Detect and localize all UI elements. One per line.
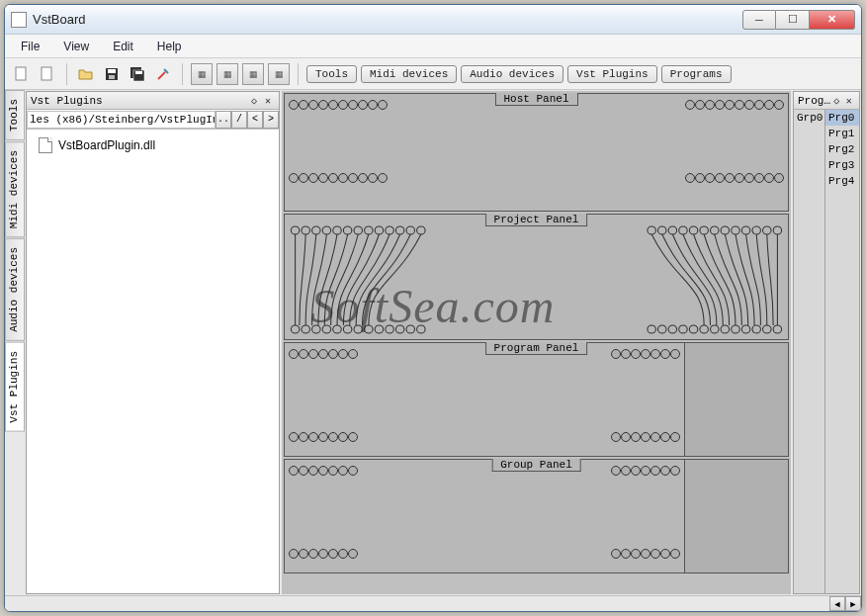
dock-close-icon[interactable]: ✕ [843,94,855,108]
toolbar-tab-audio[interactable]: Audio devices [461,65,563,83]
program-item[interactable]: Prg4 [825,173,859,189]
jack-group[interactable] [685,100,784,110]
svg-point-25 [689,226,697,234]
group-panel[interactable]: Group Panel [284,459,789,573]
toolbar-separator [298,63,299,85]
svg-point-55 [732,325,739,333]
svg-point-51 [689,325,697,333]
toggle-4[interactable]: ▦ [268,63,290,85]
toggle-2[interactable]: ▦ [216,63,238,85]
svg-point-29 [732,226,739,234]
svg-rect-1 [42,67,51,80]
canvas[interactable]: Host Panel [282,91,791,594]
program-item[interactable]: Prg1 [825,126,859,141]
toggle-3[interactable]: ▦ [242,63,264,85]
settings-button[interactable] [152,63,174,85]
jack-group[interactable] [289,466,358,476]
toolbar-tab-vst[interactable]: Vst Plugins [567,65,657,83]
toolbar-separator [66,63,67,85]
minimize-button[interactable]: ─ [742,10,776,30]
jack-group[interactable] [289,349,358,359]
file-icon [39,137,52,153]
window-title: VstBoard [33,12,742,27]
svg-point-23 [668,226,676,234]
scroll-left-button[interactable]: ◄ [829,596,845,611]
program-item[interactable]: Prg3 [825,157,859,173]
svg-point-36 [312,325,320,333]
svg-point-18 [395,226,403,234]
project-panel[interactable]: Project Panel [284,214,789,340]
scroll-right-button[interactable]: ► [845,596,861,611]
path-navigator: les (x86)/Steinberg/VstPlugIns .. / < > [27,110,279,130]
new-blank-button[interactable] [37,63,58,85]
jack-group[interactable] [685,173,784,183]
menu-file[interactable]: File [9,37,51,56]
jack-group[interactable] [289,173,388,183]
open-button[interactable] [75,63,97,85]
save-all-button[interactable] [127,63,148,85]
menu-edit[interactable]: Edit [101,37,145,56]
dock-float-icon[interactable]: ◇ [247,94,261,108]
program-side-slot[interactable] [685,343,788,456]
dock-header[interactable]: Vst Plugins ◇ ✕ [27,92,279,110]
close-button[interactable]: ✕ [810,10,855,30]
svg-point-28 [721,226,729,234]
svg-point-17 [386,226,393,234]
nav-next-button[interactable]: > [263,111,279,129]
panel-title-program: Program Panel [485,342,588,355]
menu-view[interactable]: View [51,37,101,56]
nav-root-button[interactable]: / [231,111,247,129]
program-panel[interactable]: Program Panel [284,342,789,457]
save-button[interactable] [101,63,123,85]
svg-point-56 [741,325,749,333]
path-input[interactable]: les (x86)/Steinberg/VstPlugIns [27,111,216,129]
dock-programs: Prog… ◇ ✕ Grp0 Prg0 Prg1 Prg2 Prg3 Prg4 [793,91,860,594]
jack-group[interactable] [611,466,680,476]
toolbar-tab-programs[interactable]: Programs [661,65,732,83]
file-list[interactable]: VstBoardPlugin.dll [27,130,279,593]
svg-point-15 [365,226,373,234]
side-tab-vst[interactable]: Vst Plugins [5,342,25,432]
program-item[interactable]: Prg0 [825,110,859,126]
svg-point-45 [406,325,414,333]
new-button[interactable] [11,63,33,85]
svg-point-12 [333,226,341,234]
jack-group[interactable] [611,432,680,442]
menu-help[interactable]: Help [145,37,194,56]
program-item[interactable]: Prg2 [825,141,859,157]
side-tab-midi[interactable]: Midi devices [5,141,25,237]
dock-float-icon[interactable]: ◇ [830,94,842,108]
side-tab-audio[interactable]: Audio devices [5,238,25,341]
svg-point-26 [700,226,708,234]
jack-group[interactable] [611,349,680,359]
jack-group[interactable] [289,549,358,559]
svg-point-58 [763,325,771,333]
bottom-scrollbar[interactable]: ◄ ► [5,595,861,611]
svg-rect-4 [109,75,115,79]
maximize-button[interactable]: ☐ [776,10,810,30]
svg-point-53 [711,325,719,333]
svg-point-39 [343,325,351,333]
side-tab-tools[interactable]: Tools [5,90,25,140]
jack-group[interactable] [289,100,388,110]
groups-column[interactable]: Grp0 [794,110,825,593]
dock-header[interactable]: Prog… ◇ ✕ [794,92,859,110]
titlebar[interactable]: VstBoard ─ ☐ ✕ [5,5,861,35]
dock-close-icon[interactable]: ✕ [261,94,275,108]
group-side-slot[interactable] [685,460,788,572]
group-item[interactable]: Grp0 [794,110,824,126]
programs-column[interactable]: Prg0 Prg1 Prg2 Prg3 Prg4 [825,110,859,593]
jack-group[interactable] [611,549,680,559]
nav-up-button[interactable]: .. [216,111,231,129]
toggle-1[interactable]: ▦ [191,63,213,85]
file-item[interactable]: VstBoardPlugin.dll [35,135,271,155]
svg-point-19 [406,226,414,234]
toolbar-tab-tools[interactable]: Tools [306,65,357,83]
svg-point-50 [679,325,687,333]
jack-group[interactable] [289,432,358,442]
nav-prev-button[interactable]: < [247,111,263,129]
svg-point-16 [375,226,383,234]
toolbar-tab-midi[interactable]: Midi devices [361,65,457,83]
host-panel[interactable]: Host Panel [284,93,789,212]
svg-point-54 [721,325,729,333]
